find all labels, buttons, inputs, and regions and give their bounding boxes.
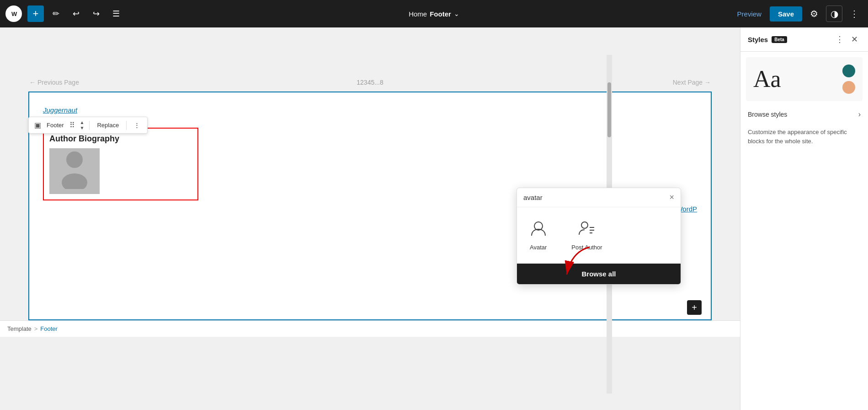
ellipsis-vertical-icon: ⋮ <box>850 8 859 19</box>
move-down-button[interactable]: ▼ <box>79 125 86 131</box>
avatar-block-result[interactable]: Avatar <box>524 216 552 254</box>
panel-header: Styles Beta ⋮ ✕ <box>740 27 868 52</box>
menu-icon: ☰ <box>112 9 120 19</box>
block-search-popup: × Avatar Post Author <box>517 188 681 285</box>
breadcrumb-center: Home Footer ⌄ <box>409 10 459 18</box>
breadcrumb-footer-link[interactable]: Footer <box>40 325 58 332</box>
beta-badge: Beta <box>772 36 787 43</box>
redo-icon: ↪ <box>93 9 100 19</box>
menu-button[interactable]: ☰ <box>108 5 124 22</box>
color-swatch-1[interactable] <box>842 65 855 77</box>
post-author-block-result[interactable]: Post Author <box>566 216 607 254</box>
more-options-button[interactable]: ⋮ <box>846 5 863 22</box>
edit-mode-button[interactable]: ✏ <box>48 5 64 22</box>
move-up-button[interactable]: ▲ <box>79 120 86 125</box>
svg-point-5 <box>581 222 588 228</box>
preview-button[interactable]: Preview <box>733 7 766 21</box>
svg-point-2 <box>66 151 83 168</box>
post-author-label: Post Author <box>571 244 602 251</box>
search-popup-results: Avatar Post Author <box>517 207 681 264</box>
bottom-breadcrumb: Template > Footer <box>0 320 740 337</box>
replace-button[interactable]: Replace <box>93 120 122 130</box>
contrast-icon: ◑ <box>831 8 838 19</box>
panel-more-button[interactable]: ⋮ <box>833 33 846 46</box>
avatar-icon <box>530 220 547 240</box>
more-options-icon: ⋮ <box>134 122 140 129</box>
page-numbers: 12345...8 <box>357 79 383 86</box>
toolbar-divider <box>89 121 90 130</box>
breadcrumb-home[interactable]: Home <box>409 10 427 18</box>
toolbar-divider-2 <box>126 121 127 130</box>
main-layout: ▣ Footer ⠿ ▲ ▼ Replace ⋮ ← Previous Page… <box>0 27 868 410</box>
browse-all-button[interactable]: Browse all <box>517 264 681 284</box>
avatar-label: Avatar <box>530 244 547 251</box>
breadcrumb-separator: > <box>34 325 38 332</box>
settings-button[interactable]: ⚙ <box>806 5 822 22</box>
search-popup-close-button[interactable]: × <box>669 193 674 202</box>
panel-close-button[interactable]: ✕ <box>848 33 861 46</box>
footer-block-icon: ▣ <box>32 119 43 131</box>
add-block-bottom-button[interactable]: + <box>687 300 702 315</box>
panel-title: Styles <box>748 36 768 43</box>
color-swatches <box>842 65 855 94</box>
gear-icon: ⚙ <box>810 8 818 19</box>
author-bio-title: Author Biography <box>49 134 192 144</box>
scrollbar-thumb[interactable] <box>607 82 611 137</box>
color-swatch-2[interactable] <box>842 81 855 94</box>
browse-styles-row[interactable]: Browse styles › <box>740 107 868 124</box>
chevron-right-icon: › <box>858 110 861 119</box>
wp-logo[interactable]: W <box>5 5 22 22</box>
undo-button[interactable]: ↩ <box>68 5 84 22</box>
styles-aa-text: Aa <box>753 67 781 91</box>
panel-description: Customize the appearance of specific blo… <box>740 124 868 149</box>
save-button[interactable]: Save <box>770 6 802 22</box>
post-author-icon <box>579 220 595 240</box>
panel-header-actions: ⋮ ✕ <box>833 33 861 46</box>
dark-mode-button[interactable]: ◑ <box>826 5 842 22</box>
prev-page-link[interactable]: ← Previous Page <box>29 79 79 86</box>
chevron-down-icon[interactable]: ⌄ <box>454 10 459 17</box>
block-search-input[interactable] <box>523 194 666 201</box>
svg-point-3 <box>62 173 87 189</box>
redo-button[interactable]: ↪ <box>88 5 104 22</box>
person-icon <box>59 148 91 194</box>
author-bio-block: Author Biography <box>43 128 198 200</box>
site-name-link[interactable]: Juggernaut <box>43 106 697 114</box>
undo-icon: ↩ <box>73 9 80 19</box>
add-block-button[interactable]: + <box>27 5 44 22</box>
svg-text:W: W <box>11 11 17 17</box>
toolbar-right: Preview Save ⚙ ◑ ⋮ <box>733 5 863 22</box>
search-popup-header: × <box>517 188 681 207</box>
block-toolbar: ▣ Footer ⠿ ▲ ▼ Replace ⋮ <box>28 117 148 134</box>
move-arrows: ▲ ▼ <box>79 120 86 131</box>
drag-handle-icon[interactable]: ⠿ <box>68 119 77 131</box>
breadcrumb-template: Template <box>7 325 32 332</box>
block-label: Footer <box>45 122 66 129</box>
browse-styles-text: Browse styles <box>748 111 787 118</box>
breadcrumb-current: Footer <box>430 10 451 18</box>
pencil-icon: ✏ <box>53 9 59 19</box>
styles-panel: Styles Beta ⋮ ✕ Aa Browse styles › Custo… <box>740 27 868 410</box>
avatar-placeholder <box>49 148 100 194</box>
block-more-button[interactable]: ⋮ <box>130 120 144 130</box>
main-toolbar: W + ✏ ↩ ↪ ☰ Home Footer ⌄ Preview Save ⚙… <box>0 0 868 27</box>
next-page-link[interactable]: Next Page → <box>673 79 711 86</box>
styles-preview: Aa <box>746 57 863 101</box>
